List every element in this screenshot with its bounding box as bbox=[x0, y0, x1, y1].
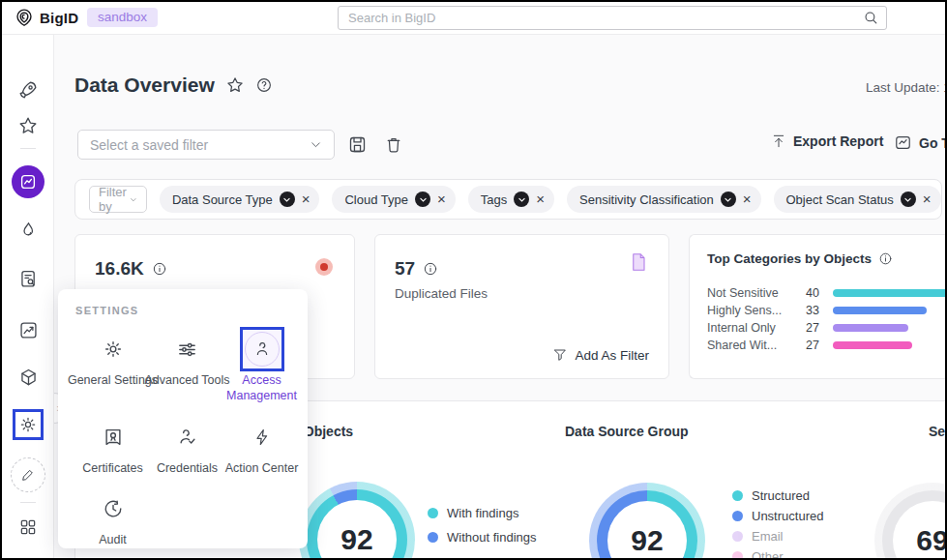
left-sidebar bbox=[2, 35, 54, 558]
close-icon[interactable]: × bbox=[437, 192, 446, 208]
category-bar bbox=[833, 324, 908, 332]
sidebar-item-apps-grid[interactable] bbox=[2, 511, 54, 544]
top-categories-card: Top Categories by Objects Not Sensitive … bbox=[689, 234, 947, 379]
dashboard-chart-icon bbox=[19, 173, 37, 191]
sidebar-item-data-overview-active[interactable] bbox=[2, 165, 54, 198]
legend-label: Other bbox=[752, 549, 784, 560]
rocket-icon bbox=[17, 79, 39, 101]
category-label: Highly Sens... bbox=[707, 304, 796, 317]
category-row: Highly Sens... 33 bbox=[707, 302, 947, 318]
filter-chip-data-source-type[interactable]: Data Source Type × bbox=[160, 186, 320, 213]
sidebar-item-applications[interactable] bbox=[2, 361, 54, 394]
help-icon[interactable] bbox=[255, 76, 273, 94]
settings-popup-title: SETTINGS bbox=[75, 305, 294, 316]
filter-by-dropdown[interactable]: Filter by bbox=[89, 186, 147, 213]
chevron-down-icon[interactable] bbox=[280, 192, 295, 207]
filter-chip-tags[interactable]: Tags × bbox=[468, 186, 554, 213]
close-icon[interactable]: × bbox=[923, 192, 932, 208]
menu-item-access-management[interactable]: Access Management bbox=[224, 326, 299, 414]
legend-label: Without findings bbox=[447, 530, 537, 545]
data-source-group-legend: Structured Unstructured Email Other bbox=[732, 488, 823, 560]
goto-button[interactable]: Go T bbox=[894, 133, 947, 152]
legend-label: Email bbox=[752, 529, 784, 544]
filter-by-label: Filter by bbox=[99, 185, 130, 214]
menu-item-label: Access Management bbox=[212, 372, 312, 404]
chip-label: Tags bbox=[481, 192, 507, 207]
category-label: Not Sensitive bbox=[707, 286, 796, 300]
global-search bbox=[338, 6, 887, 30]
gear-icon bbox=[103, 339, 124, 360]
category-row: Not Sensitive 40 bbox=[707, 284, 947, 301]
legend-dot bbox=[732, 551, 743, 560]
sidebar-item-getting-started[interactable] bbox=[2, 74, 54, 106]
menu-item-audit[interactable]: Audit bbox=[75, 486, 150, 557]
filter-chip-object-scan-status[interactable]: Object Scan Status × bbox=[774, 186, 941, 213]
sidebar-item-favorites[interactable] bbox=[2, 109, 54, 142]
category-value: 27 bbox=[796, 339, 833, 352]
menu-item-action-center[interactable]: Action Center bbox=[224, 414, 299, 486]
info-icon[interactable] bbox=[423, 261, 438, 277]
goto-label: Go T bbox=[919, 135, 947, 151]
top-categories-title: Top Categories by Objects bbox=[707, 251, 872, 266]
close-icon[interactable]: × bbox=[743, 192, 752, 208]
data-source-group-donut-chart[interactable]: 92 bbox=[589, 483, 705, 560]
donut-center-value: 92 bbox=[340, 523, 372, 556]
bigid-logo[interactable]: BigID bbox=[14, 7, 78, 28]
export-report-button[interactable]: Export Report bbox=[771, 133, 883, 149]
saved-filter-select[interactable]: Select a saved filter bbox=[77, 130, 335, 160]
info-icon[interactable] bbox=[878, 251, 893, 266]
add-as-filter-button[interactable]: Add As Filter bbox=[552, 347, 649, 363]
chevron-down-icon bbox=[130, 194, 137, 205]
duplicated-files-label: Duplicated Files bbox=[395, 286, 488, 301]
certificate-icon bbox=[103, 427, 124, 448]
category-bar bbox=[833, 289, 947, 297]
chevron-down-icon[interactable] bbox=[415, 192, 430, 207]
search-input[interactable] bbox=[338, 6, 887, 30]
legend-item: Email bbox=[732, 529, 823, 544]
favorite-star-icon[interactable] bbox=[225, 75, 245, 95]
search-icon[interactable] bbox=[863, 10, 879, 26]
legend-item: Structured bbox=[732, 488, 823, 503]
delete-filter-icon[interactable] bbox=[384, 134, 403, 155]
donut-center-value: 92 bbox=[631, 524, 663, 557]
sidebar-item-catalog[interactable] bbox=[2, 262, 54, 295]
star-icon bbox=[17, 115, 39, 136]
legend-dot bbox=[732, 531, 743, 542]
chart-box-icon bbox=[894, 133, 912, 152]
sliders-icon bbox=[176, 339, 198, 361]
chip-label: Data Source Type bbox=[172, 192, 273, 207]
filter-chip-sensitivity-classification[interactable]: Sensitivity Classification × bbox=[567, 186, 760, 213]
funnel-icon bbox=[552, 347, 568, 363]
saved-filter-placeholder: Select a saved filter bbox=[90, 137, 208, 153]
legend-dot bbox=[428, 532, 438, 543]
chevron-down-icon[interactable] bbox=[514, 192, 529, 207]
menu-item-label: Audit bbox=[63, 532, 163, 547]
sensitivity-donut-chart[interactable]: 69 bbox=[874, 483, 947, 560]
chart-title-sensitivity: Sensitivit bbox=[929, 424, 947, 439]
page-title: Data Overview bbox=[74, 74, 215, 97]
objects-donut-chart[interactable]: 92 bbox=[299, 482, 415, 560]
sidebar-item-reports[interactable] bbox=[2, 313, 54, 346]
legend-item: With findings bbox=[428, 506, 537, 520]
sidebar-item-draft[interactable] bbox=[2, 458, 54, 491]
gear-icon bbox=[18, 415, 38, 434]
chevron-down-icon[interactable] bbox=[901, 192, 916, 207]
chip-label: Cloud Type bbox=[344, 192, 408, 207]
info-icon[interactable] bbox=[152, 261, 167, 277]
chevron-down-icon[interactable] bbox=[721, 192, 736, 207]
chip-label: Sensitivity Classification bbox=[579, 192, 714, 207]
document-search-icon bbox=[18, 269, 39, 289]
legend-label: With findings bbox=[447, 506, 518, 520]
app-window: BigID sandbox bbox=[0, 0, 947, 560]
sidebar-item-hotspots[interactable] bbox=[2, 214, 54, 247]
cube-icon bbox=[18, 368, 39, 388]
chip-label: Object Scan Status bbox=[786, 192, 894, 207]
close-icon[interactable]: × bbox=[302, 192, 311, 208]
close-icon[interactable]: × bbox=[536, 192, 545, 208]
sidebar-item-settings[interactable] bbox=[2, 408, 54, 441]
filter-chip-cloud-type[interactable]: Cloud Type × bbox=[332, 186, 455, 213]
chevron-down-icon bbox=[310, 138, 322, 151]
category-bar bbox=[833, 341, 912, 349]
menu-item-general-settings[interactable]: General Settings bbox=[75, 326, 150, 414]
save-filter-icon[interactable] bbox=[347, 134, 368, 155]
